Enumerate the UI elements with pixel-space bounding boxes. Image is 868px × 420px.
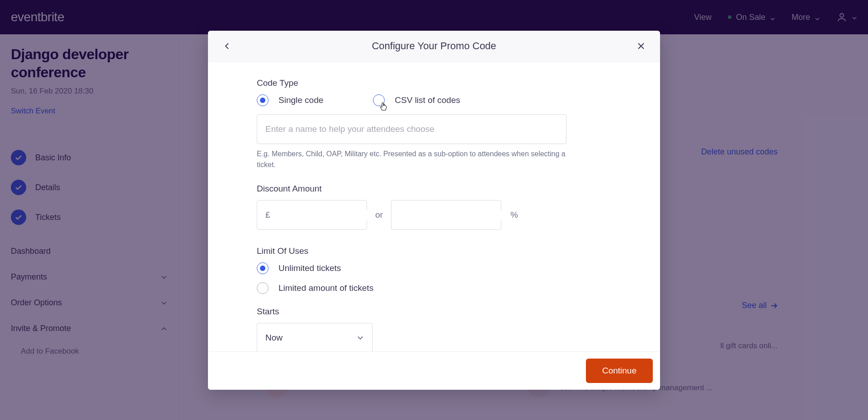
select-value: Now [265,333,283,343]
radio-icon [373,94,385,106]
modal-header: Configure Your Promo Code [208,31,660,62]
radio-icon [257,282,269,294]
limit-section: Limit Of Uses Unlimited tickets Limited … [257,246,611,294]
starts-select[interactable]: Now [257,323,373,351]
percent-input-wrap[interactable]: % [391,200,501,230]
radio-single-code[interactable]: Single code [257,94,323,106]
promo-code-modal: Configure Your Promo Code Code Type Sing… [208,31,660,390]
limit-radios: Unlimited tickets Limited amount of tick… [257,262,611,294]
code-type-label: Code Type [257,78,611,88]
code-name-help: E.g. Members, Child, OAP, Military etc. … [257,149,582,170]
radio-limited[interactable]: Limited amount of tickets [257,282,611,294]
currency-input[interactable] [270,210,381,220]
currency-symbol: £ [265,210,270,220]
discount-label: Discount Amount [257,184,611,194]
chevron-down-icon [357,334,364,341]
radio-icon [257,94,269,106]
code-name-input[interactable] [257,114,566,144]
radio-csv-codes[interactable]: CSV list of codes [373,94,460,106]
discount-row: £ or % [257,200,611,230]
code-type-radios: Single code CSV list of codes [257,94,611,106]
back-button[interactable] [221,40,233,52]
radio-unlimited[interactable]: Unlimited tickets [257,262,611,274]
close-button[interactable] [635,40,647,52]
currency-input-wrap[interactable]: £ [257,200,367,230]
starts-label: Starts [257,307,611,317]
radio-label: CSV list of codes [395,95,460,105]
continue-button[interactable]: Continue [586,359,653,383]
or-text: or [373,210,385,220]
radio-icon [257,262,269,274]
modal-title: Configure Your Promo Code [372,40,496,52]
starts-section: Starts Now [257,307,611,351]
modal-overlay[interactable]: Configure Your Promo Code Code Type Sing… [0,0,868,420]
percent-input[interactable] [400,210,510,220]
percent-symbol: % [510,210,518,220]
modal-body: Code Type Single code CSV list of codes … [208,62,660,351]
radio-label: Unlimited tickets [278,263,341,273]
limit-label: Limit Of Uses [257,246,611,256]
discount-section: Discount Amount £ or % [257,184,611,230]
radio-label: Single code [278,95,323,105]
radio-label: Limited amount of tickets [278,283,373,293]
modal-footer: Continue [208,351,660,390]
